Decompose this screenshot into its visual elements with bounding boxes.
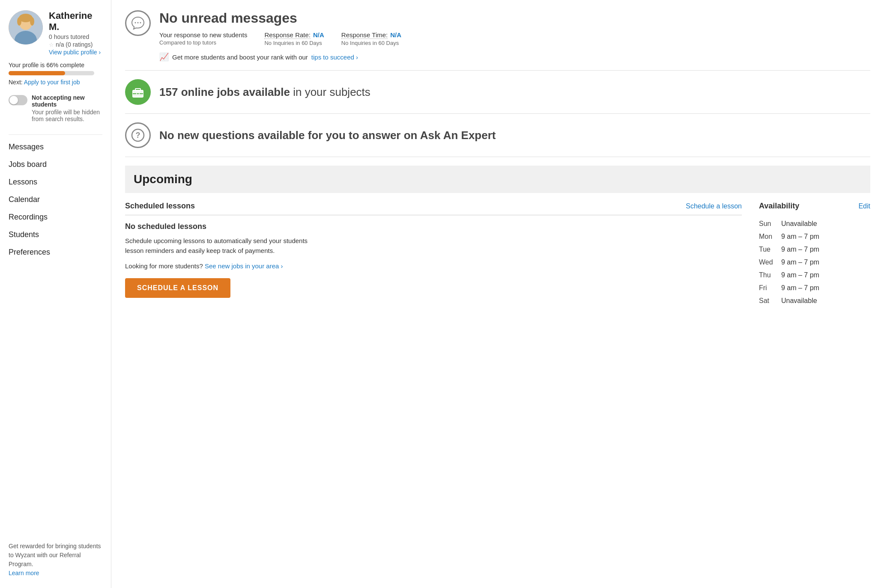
svg-point-7 [135, 22, 136, 24]
profile-complete-label: Your profile is 66% complete [9, 62, 102, 68]
sidebar-item-preferences[interactable]: Preferences [9, 244, 102, 261]
availability-tue: Tue 9 am – 7 pm [759, 243, 870, 256]
accepting-students-toggle[interactable] [9, 95, 27, 105]
svg-point-5 [17, 17, 21, 26]
progress-bar-fill [9, 71, 65, 75]
lessons-header: Scheduled lessons Schedule a lesson [125, 202, 742, 215]
lessons-description: Schedule upcoming lessons to automatical… [125, 236, 742, 255]
toggle-label-text: Not accepting new students Your profile … [32, 94, 102, 122]
see-new-jobs-link[interactable]: See new jobs in your area › [205, 262, 283, 270]
svg-point-6 [30, 17, 34, 26]
upcoming-section: Upcoming [125, 166, 870, 193]
sidebar-item-calendar[interactable]: Calendar [9, 191, 102, 208]
availability-sun: Sun Unavailable [759, 217, 870, 230]
upcoming-title: Upcoming [134, 172, 862, 186]
schedule-a-lesson-link[interactable]: Schedule a lesson [686, 202, 742, 210]
next-action: Next: Apply to your first job [9, 79, 102, 86]
svg-text:?: ? [136, 131, 140, 140]
svg-point-8 [137, 22, 139, 24]
availability-fri: Fri 9 am – 7 pm [759, 282, 870, 294]
profile-hours: 0 hours tutored [49, 33, 102, 40]
availability-wed: Wed 9 am – 7 pm [759, 256, 870, 269]
star-icon: ☆ [49, 42, 54, 48]
sidebar-item-students[interactable]: Students [9, 226, 102, 244]
sidebar-item-lessons[interactable]: Lessons [9, 173, 102, 191]
messages-content: No unread messages Your response to new … [159, 10, 870, 62]
availability-mon: Mon 9 am – 7 pm [759, 230, 870, 243]
referral-section: Get rewarded for bringing students to Wy… [9, 533, 102, 578]
avatar [9, 10, 43, 45]
profile-ratings: ☆ n/a (0 ratings) [49, 41, 102, 48]
view-public-profile-link[interactable]: View public profile › [49, 49, 102, 56]
learn-more-link[interactable]: Learn more [9, 570, 39, 576]
scheduled-lessons-title: Scheduled lessons [125, 202, 195, 211]
svg-rect-14 [137, 93, 139, 95]
looking-for-students: Looking for more students? See new jobs … [125, 262, 742, 270]
profile-name: Katherine M. [49, 10, 102, 33]
messages-section: No unread messages Your response to new … [125, 10, 870, 71]
messages-stats: Your response to new students Compared t… [159, 31, 870, 46]
availability-column: Availability Edit Sun Unavailable Mon 9 … [759, 202, 870, 307]
jobs-text: 157 online jobs available in your subjec… [159, 86, 370, 99]
apply-first-job-link[interactable]: Apply to your first job [24, 79, 80, 86]
messages-title: No unread messages [159, 10, 870, 26]
expert-section: ? No new questions available for you to … [125, 122, 870, 157]
availability-sat: Sat Unavailable [759, 294, 870, 307]
availability-edit-link[interactable]: Edit [858, 202, 870, 210]
lessons-column: Scheduled lessons Schedule a lesson No s… [125, 202, 742, 307]
response-time-col: Response Time: N/A No Inquiries in 60 Da… [341, 31, 401, 46]
main-content: No unread messages Your response to new … [111, 0, 884, 588]
profile-section: Katherine M. 0 hours tutored ☆ n/a (0 ra… [9, 10, 102, 56]
jobs-section: 157 online jobs available in your subjec… [125, 79, 870, 114]
sidebar-divider [9, 134, 102, 135]
sidebar-item-messages[interactable]: Messages [9, 138, 102, 156]
sidebar-item-recordings[interactable]: Recordings [9, 208, 102, 226]
upcoming-content: Scheduled lessons Schedule a lesson No s… [125, 193, 870, 307]
profile-info: Katherine M. 0 hours tutored ☆ n/a (0 ra… [49, 10, 102, 56]
progress-bar-background [9, 71, 94, 75]
response-rate-col: Response Rate: N/A No Inquiries in 60 Da… [264, 31, 324, 46]
toggle-knob [9, 96, 18, 104]
avatar-image [9, 10, 43, 45]
availability-title: Availability [759, 202, 799, 211]
trend-icon: 📈 [159, 52, 169, 62]
messages-icon [125, 10, 151, 36]
expert-icon: ? [125, 122, 151, 148]
tips-bar: 📈 Get more students and boost your rank … [159, 52, 870, 62]
schedule-lesson-button[interactable]: SCHEDULE A LESSON [125, 278, 230, 298]
expert-title: No new questions available for you to an… [159, 129, 496, 142]
jobs-icon [125, 79, 151, 105]
no-lessons-label: No scheduled lessons [125, 222, 742, 231]
sidebar-nav: Messages Jobs board Lessons Calendar Rec… [9, 138, 102, 261]
response-to-students: Your response to new students Compared t… [159, 31, 247, 46]
availability-thu: Thu 9 am – 7 pm [759, 269, 870, 282]
sidebar-item-jobs-board[interactable]: Jobs board [9, 156, 102, 173]
accepting-students-toggle-section: Not accepting new students Your profile … [9, 94, 102, 122]
sidebar: Katherine M. 0 hours tutored ☆ n/a (0 ra… [0, 0, 111, 588]
tips-to-succeed-link[interactable]: tips to succeed › [311, 53, 358, 61]
availability-header: Availability Edit [759, 202, 870, 211]
svg-point-9 [140, 22, 141, 24]
